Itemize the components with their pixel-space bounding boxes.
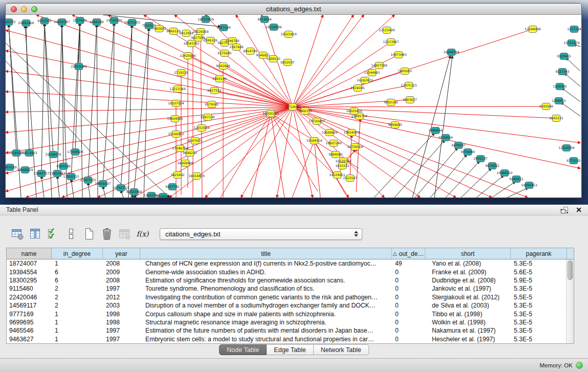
graph-node[interactable]: 1527602 (73, 17, 87, 24)
graph-node[interactable]: 1244415 (552, 98, 566, 104)
graph-node[interactable]: 9674952 (485, 163, 499, 169)
graph-node[interactable]: 9227343 (555, 69, 570, 75)
graph-node[interactable]: 8267130 (201, 114, 215, 121)
graph-node[interactable]: 9245012 (509, 176, 524, 183)
graph-node[interactable]: 2522547 (343, 175, 357, 182)
graph-node[interactable]: 11548088 (525, 26, 541, 33)
graph-node[interactable]: 18325419 (280, 31, 297, 38)
graph-node[interactable]: 12213967 (383, 39, 399, 46)
close-panel-button[interactable]: ✕ (576, 206, 582, 213)
column-header-out_de[interactable]: △out_de… (392, 248, 425, 259)
table-row[interactable]: 946362711997Embryonic stem cells: a mode… (7, 335, 574, 343)
graph-node[interactable]: 12103504 (558, 145, 575, 151)
graph-node[interactable]: 15584554 (306, 138, 322, 144)
graph-node[interactable]: 19654923 (343, 129, 360, 136)
graph-node[interactable]: 10655287 (54, 19, 70, 26)
graph-node[interactable]: 10756928 (347, 144, 363, 150)
graph-node[interactable]: 7857224 (216, 25, 231, 31)
graph-node[interactable]: 16671355 (124, 19, 140, 26)
table-row[interactable]: 1830029562008Estimation of significance … (7, 276, 574, 285)
graph-node[interactable]: 10688609 (321, 129, 338, 136)
graph-node[interactable]: 2935137 (473, 156, 488, 162)
column-header-pagerank[interactable]: pagerank (511, 248, 567, 259)
graph-node[interactable]: 7963822 (152, 26, 166, 32)
tab-node-table[interactable]: Node Table (219, 344, 267, 355)
graph-node[interactable]: 15913903 (21, 150, 37, 157)
column-header-name[interactable]: name (7, 248, 52, 259)
graph-node[interactable]: 14957598 (371, 62, 387, 69)
graph-node[interactable]: 2367608 (229, 44, 244, 51)
column-header-title[interactable]: title (140, 248, 392, 259)
scrollbar-thumb[interactable] (568, 260, 573, 280)
table-row[interactable]: 1872400712008Changes of HCN gene express… (7, 259, 574, 268)
table-row[interactable]: 969969511998Structural magnetic resonanc… (7, 318, 574, 326)
graph-node[interactable]: 12975115 (401, 82, 417, 89)
table-selector-dropdown[interactable]: citations_edges.txt (160, 228, 362, 240)
select-columns-button[interactable] (46, 227, 60, 241)
graph-node[interactable]: 1216045 (351, 85, 365, 92)
graph-node[interactable]: 16162670 (357, 77, 373, 84)
row-options-button[interactable] (64, 227, 78, 241)
graph-node[interactable]: 1393159 (6, 164, 17, 171)
graph-node[interactable]: 10973493 (390, 52, 407, 58)
graph-node[interactable]: 19218586 (266, 24, 282, 31)
graph-node[interactable]: 8187833 (188, 138, 202, 144)
column-header-short[interactable]: short (425, 248, 511, 259)
graph-node[interactable]: 8938924 (439, 135, 453, 141)
graph-node[interactable]: 16543382 (183, 40, 200, 47)
graph-node[interactable]: 19654985 (167, 116, 183, 122)
function-builder-button[interactable]: f(x) (136, 227, 149, 241)
graph-node[interactable]: 20053346 (71, 63, 87, 70)
graph-node[interactable]: 17359924 (67, 149, 83, 156)
graph-node[interactable]: 2718120 (174, 70, 188, 76)
vertical-scrollbar[interactable] (566, 259, 574, 343)
network-canvas[interactable]: 2405572208914069155505106552871527602846… (6, 15, 581, 198)
graph-node[interactable]: 9155505 (37, 18, 52, 25)
graph-node[interactable]: 22420046 (180, 53, 196, 59)
graph-node[interactable]: 18300295 (263, 111, 279, 117)
graph-node[interactable]: 15751874 (563, 40, 580, 47)
graph-node[interactable]: 18807249 (325, 140, 342, 147)
delete-table-button[interactable] (100, 227, 114, 241)
table-options-button[interactable] (10, 227, 24, 241)
new-table-button[interactable] (82, 227, 96, 241)
graph-node[interactable]: 10719135 (106, 17, 122, 24)
graph-node[interactable]: 8822037 (280, 59, 295, 66)
graph-node[interactable]: 18107534 (168, 100, 184, 107)
graph-node[interactable]: 9899695 (388, 122, 402, 128)
graph-node[interactable]: 15166852 (168, 131, 184, 138)
graph-node[interactable]: 9660128 (166, 28, 181, 35)
graph-node[interactable]: 1645231 (549, 115, 563, 122)
graph-node[interactable]: 1595848 (539, 103, 553, 110)
graph-node[interactable]: 18226058 (192, 29, 209, 35)
graph-node[interactable]: 9092160 (384, 99, 398, 106)
table-row[interactable]: 2242004622012Investigating the contribut… (7, 293, 574, 301)
graph-node[interactable]: 1117104 (567, 26, 581, 33)
graph-node[interactable]: 7625402 (170, 172, 185, 179)
graph-node[interactable]: 8175685 (217, 50, 232, 57)
graph-node[interactable]: 7485063 (398, 68, 412, 75)
graph-node[interactable]: 6771020 (567, 158, 581, 164)
float-panel-button[interactable] (560, 206, 569, 214)
graph-node[interactable]: 1640954 (428, 127, 443, 134)
graph-node[interactable]: 8170041 (205, 101, 219, 108)
graph-node[interactable]: 10958107 (95, 181, 111, 187)
graph-node[interactable]: 12505115 (63, 173, 79, 180)
graph-node[interactable]: 1615152 (335, 163, 350, 169)
graph-node[interactable]: 9242848 (216, 63, 230, 70)
graph-node[interactable]: 20206576 (45, 151, 61, 158)
graph-node[interactable]: 16909948 (177, 160, 193, 167)
graph-node[interactable]: 1588520 (266, 56, 280, 62)
tab-edge-table[interactable]: Edge Table (267, 344, 313, 355)
graph-node[interactable]: 9329965 (557, 53, 571, 60)
column-header-year[interactable]: year (103, 248, 140, 259)
table-row[interactable]: 911546021997Tourette syndrome. Phenomeno… (7, 285, 574, 293)
graph-node[interactable]: 16033809 (198, 16, 214, 23)
network-window-titlebar[interactable]: citations_edges.txt (6, 4, 581, 15)
table-row[interactable]: 977716911998Corpus callosum shape and si… (7, 310, 574, 318)
graph-node[interactable]: 12213369 (169, 86, 186, 93)
graph-node[interactable]: 10964502 (496, 170, 513, 177)
graph-node[interactable]: 12125439 (379, 27, 395, 34)
table-row[interactable]: 946554611997Estimation of the future num… (7, 326, 574, 335)
graph-node[interactable]: 8454749 (243, 48, 257, 55)
